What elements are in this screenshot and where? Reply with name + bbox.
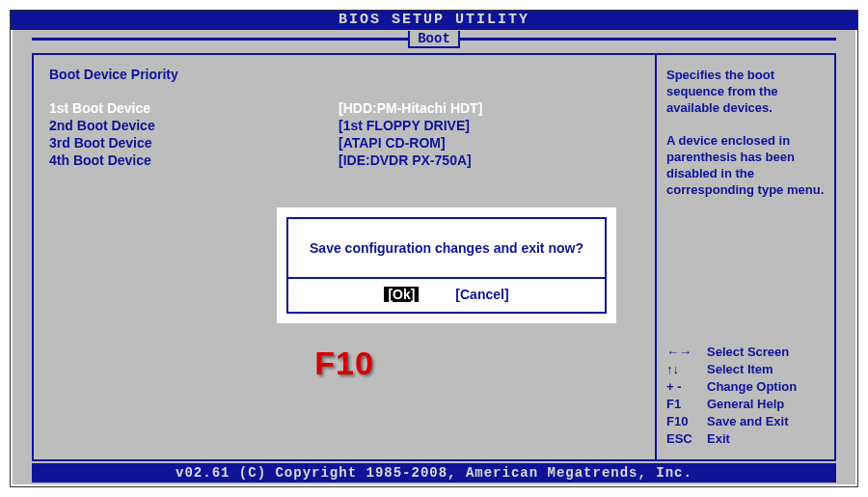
boot-device-list: 1st Boot Device [HDD:PM-Hitachi HDT] 2nd… xyxy=(49,99,639,169)
key-hint-key: ESC xyxy=(666,430,707,448)
boot-device-value: [IDE:DVDR PX-750A] xyxy=(339,152,472,169)
boot-device-row[interactable]: 3rd Boot Device [ATAPI CD-ROM] xyxy=(49,134,639,152)
dialog-buttons: [Ok] [Cancel] xyxy=(288,277,605,312)
key-hint-key: ←→ xyxy=(666,344,707,361)
key-hint-row: ←→Select Screen xyxy=(666,344,825,361)
key-hint-key: F1 xyxy=(666,396,707,413)
boot-device-row[interactable]: 4th Boot Device [IDE:DVDR PX-750A] xyxy=(49,152,639,169)
key-hint-key: F10 xyxy=(666,413,707,430)
boot-device-value: [1st FLOPPY DRIVE] xyxy=(339,117,470,134)
key-hint-row: ESCExit xyxy=(666,430,825,448)
ok-button[interactable]: [Ok] xyxy=(384,287,419,302)
boot-device-value: [ATAPI CD-ROM] xyxy=(339,134,446,152)
key-hint-key: + - xyxy=(666,378,707,396)
key-hint-row: + -Change Option xyxy=(666,378,825,396)
key-hint-action: Select Screen xyxy=(707,344,789,361)
key-hint-action: Save and Exit xyxy=(707,413,789,430)
dialog-message: Save configuration changes and exit now? xyxy=(288,219,605,277)
key-hint-action: Exit xyxy=(707,430,730,448)
boot-device-label: 4th Boot Device xyxy=(49,152,339,169)
boot-device-label: 1st Boot Device xyxy=(49,99,339,117)
boot-device-label: 3rd Boot Device xyxy=(49,134,339,152)
boot-device-label: 2nd Boot Device xyxy=(49,117,339,134)
key-hint-key: ↑↓ xyxy=(666,361,707,378)
cancel-button[interactable]: [Cancel] xyxy=(455,287,508,302)
content-area: Boot Device Priority 1st Boot Device [HD… xyxy=(32,53,836,461)
tab-boot[interactable]: Boot xyxy=(408,31,460,48)
key-hint-row: F10Save and Exit xyxy=(666,413,825,430)
key-hint-action: Select Item xyxy=(707,361,773,378)
boot-device-row[interactable]: 1st Boot Device [HDD:PM-Hitachi HDT] xyxy=(49,99,639,117)
title-bar: BIOS SETUP UTILITY xyxy=(11,11,857,30)
tab-strip: Boot xyxy=(11,30,857,47)
key-hint-row: ↑↓Select Item xyxy=(666,361,825,378)
f10-annotation: F10 xyxy=(34,345,655,382)
help-text: Specifies the boot sequence from the ava… xyxy=(666,67,825,198)
boot-device-row[interactable]: 2nd Boot Device [1st FLOPPY DRIVE] xyxy=(49,117,639,134)
main-panel: Boot Device Priority 1st Boot Device [HD… xyxy=(32,53,657,461)
key-hint-row: F1General Help xyxy=(666,396,825,413)
key-hints: ←→Select Screen ↑↓Select Item + -Change … xyxy=(666,344,825,448)
section-title: Boot Device Priority xyxy=(49,67,639,82)
help-panel: Specifies the boot sequence from the ava… xyxy=(657,53,836,461)
bios-screen: BIOS SETUP UTILITY Boot Boot Device Prio… xyxy=(10,10,858,487)
save-exit-dialog: Save configuration changes and exit now?… xyxy=(277,207,616,323)
key-hint-action: General Help xyxy=(707,396,784,413)
boot-device-value: [HDD:PM-Hitachi HDT] xyxy=(339,99,482,117)
footer-bar: v02.61 (C) Copyright 1985-2008, American… xyxy=(32,463,836,483)
key-hint-action: Change Option xyxy=(707,378,797,396)
